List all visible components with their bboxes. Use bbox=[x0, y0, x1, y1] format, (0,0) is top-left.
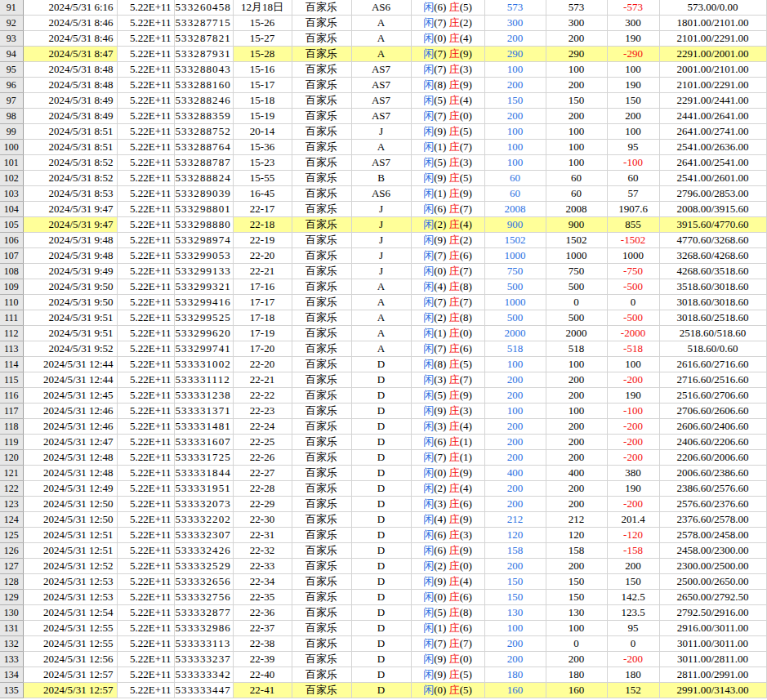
cell-table-code[interactable]: J bbox=[351, 264, 411, 279]
cell-table-code[interactable]: D bbox=[351, 372, 411, 388]
cell-win-loss[interactable]: 200 bbox=[607, 109, 659, 124]
cell-valid-amount[interactable]: 500 bbox=[546, 310, 607, 326]
cell-datetime[interactable]: 2024/5/31 12:49 bbox=[23, 481, 117, 497]
cell-balance[interactable]: 3018.60/3018.60 bbox=[659, 295, 766, 310]
row-header-cell[interactable]: 121 bbox=[0, 466, 23, 481]
row-header-cell[interactable]: 120 bbox=[0, 450, 23, 466]
row-header-cell[interactable]: 95 bbox=[0, 62, 23, 78]
cell-player-banker-points[interactable]: 闲(7) 庄(2) bbox=[411, 16, 484, 31]
cell-valid-amount[interactable]: 200 bbox=[546, 419, 607, 435]
cell-table-code[interactable]: A bbox=[351, 16, 411, 31]
cell-balance[interactable]: 2706.60/2606.60 bbox=[659, 404, 766, 419]
cell-table-code[interactable]: D bbox=[351, 590, 411, 605]
cell-bet-amount[interactable]: 150 bbox=[484, 574, 546, 590]
cell-order-id[interactable]: 533331002 bbox=[174, 357, 233, 372]
cell-table-code[interactable]: D bbox=[351, 574, 411, 590]
cell-game-name[interactable]: 百家乐 bbox=[292, 31, 351, 47]
cell-datetime[interactable]: 2024/5/31 9:51 bbox=[23, 310, 117, 326]
cell-sci-number[interactable]: 5.22E+11 bbox=[117, 590, 174, 605]
cell-bet-amount[interactable]: 100 bbox=[484, 404, 546, 419]
cell-datetime[interactable]: 2024/5/31 12:46 bbox=[23, 404, 117, 419]
cell-sci-number[interactable]: 5.22E+11 bbox=[117, 404, 174, 419]
cell-game-name[interactable]: 百家乐 bbox=[292, 47, 351, 62]
cell-datetime[interactable]: 2024/5/31 12:51 bbox=[23, 528, 117, 543]
row-header-cell[interactable]: 93 bbox=[0, 31, 23, 47]
row-header-cell[interactable]: 110 bbox=[0, 295, 23, 310]
cell-valid-amount[interactable]: 900 bbox=[546, 217, 607, 233]
cell-session-code[interactable]: 15-18 bbox=[233, 93, 292, 109]
cell-game-name[interactable]: 百家乐 bbox=[292, 202, 351, 217]
cell-win-loss[interactable]: 380 bbox=[607, 466, 659, 481]
cell-table-code[interactable]: D bbox=[351, 466, 411, 481]
cell-order-id[interactable]: 533288246 bbox=[174, 93, 233, 109]
cell-game-name[interactable]: 百家乐 bbox=[292, 404, 351, 419]
cell-valid-amount[interactable]: 150 bbox=[546, 93, 607, 109]
cell-game-name[interactable]: 百家乐 bbox=[292, 419, 351, 435]
row-header-cell[interactable]: 106 bbox=[0, 233, 23, 248]
cell-order-id[interactable]: 533288043 bbox=[174, 62, 233, 78]
cell-session-code[interactable]: 22-22 bbox=[233, 388, 292, 404]
cell-win-loss[interactable]: 190 bbox=[607, 481, 659, 497]
cell-balance[interactable]: 2578.00/2458.00 bbox=[659, 528, 766, 543]
cell-balance[interactable]: 2616.60/2716.60 bbox=[659, 357, 766, 372]
cell-session-code[interactable]: 22-36 bbox=[233, 605, 292, 621]
cell-session-code[interactable]: 22-20 bbox=[233, 357, 292, 372]
cell-datetime[interactable]: 2024/5/31 9:50 bbox=[23, 279, 117, 295]
cell-game-name[interactable]: 百家乐 bbox=[292, 62, 351, 78]
cell-valid-amount[interactable]: 200 bbox=[546, 481, 607, 497]
cell-win-loss[interactable]: -200 bbox=[607, 450, 659, 466]
row-header-cell[interactable]: 104 bbox=[0, 202, 23, 217]
cell-balance[interactable]: 2811.00/2991.00 bbox=[659, 667, 766, 683]
cell-balance[interactable]: 2008.00/3915.60 bbox=[659, 202, 766, 217]
cell-valid-amount[interactable]: 518 bbox=[546, 341, 607, 357]
cell-bet-amount[interactable]: 1502 bbox=[484, 233, 546, 248]
cell-datetime[interactable]: 2024/5/31 9:48 bbox=[23, 248, 117, 264]
cell-balance[interactable]: 2641.00/2541.00 bbox=[659, 155, 766, 171]
cell-table-code[interactable]: J bbox=[351, 248, 411, 264]
cell-win-loss[interactable]: 190 bbox=[607, 78, 659, 93]
cell-order-id[interactable]: 533298801 bbox=[174, 202, 233, 217]
cell-sci-number[interactable]: 5.22E+11 bbox=[117, 78, 174, 93]
cell-table-code[interactable]: AS6 bbox=[351, 186, 411, 202]
cell-game-name[interactable]: 百家乐 bbox=[292, 590, 351, 605]
cell-balance[interactable]: 2458.00/2300.00 bbox=[659, 543, 766, 559]
cell-sci-number[interactable]: 5.22E+11 bbox=[117, 31, 174, 47]
cell-game-name[interactable]: 百家乐 bbox=[292, 372, 351, 388]
cell-session-code[interactable]: 22-31 bbox=[233, 528, 292, 543]
cell-win-loss[interactable]: 100 bbox=[607, 62, 659, 78]
cell-table-code[interactable]: AS7 bbox=[351, 93, 411, 109]
cell-datetime[interactable]: 2024/5/31 12:46 bbox=[23, 419, 117, 435]
cell-balance[interactable]: 2516.60/2706.60 bbox=[659, 388, 766, 404]
cell-bet-amount[interactable]: 200 bbox=[484, 636, 546, 652]
cell-win-loss[interactable]: -500 bbox=[607, 310, 659, 326]
cell-session-code[interactable]: 15-23 bbox=[233, 155, 292, 171]
cell-bet-amount[interactable]: 1000 bbox=[484, 295, 546, 310]
row-header-cell[interactable]: 118 bbox=[0, 419, 23, 435]
row-header-cell[interactable]: 105 bbox=[0, 217, 23, 233]
cell-win-loss[interactable]: 95 bbox=[607, 621, 659, 636]
cell-table-code[interactable]: J bbox=[351, 217, 411, 233]
row-header-cell[interactable]: 127 bbox=[0, 559, 23, 574]
cell-order-id[interactable]: 533287715 bbox=[174, 16, 233, 31]
cell-table-code[interactable]: D bbox=[351, 450, 411, 466]
cell-player-banker-points[interactable]: 闲(8) 庄(9) bbox=[411, 78, 484, 93]
cell-balance[interactable]: 573.00/0.00 bbox=[659, 0, 766, 16]
cell-valid-amount[interactable]: 2008 bbox=[546, 202, 607, 217]
cell-player-banker-points[interactable]: 闲(4) 庄(8) bbox=[411, 279, 484, 295]
cell-sci-number[interactable]: 5.22E+11 bbox=[117, 481, 174, 497]
cell-valid-amount[interactable]: 200 bbox=[546, 31, 607, 47]
cell-win-loss[interactable]: -200 bbox=[607, 435, 659, 450]
cell-bet-amount[interactable]: 2008 bbox=[484, 202, 546, 217]
cell-win-loss[interactable]: 201.4 bbox=[607, 512, 659, 528]
cell-game-name[interactable]: 百家乐 bbox=[292, 341, 351, 357]
cell-sci-number[interactable]: 5.22E+11 bbox=[117, 574, 174, 590]
cell-player-banker-points[interactable]: 闲(7) 庄(7) bbox=[411, 295, 484, 310]
cell-valid-amount[interactable]: 200 bbox=[546, 559, 607, 574]
cell-table-code[interactable]: D bbox=[351, 605, 411, 621]
cell-win-loss[interactable]: -158 bbox=[607, 543, 659, 559]
cell-datetime[interactable]: 2024/5/31 12:55 bbox=[23, 636, 117, 652]
cell-order-id[interactable]: 533331725 bbox=[174, 450, 233, 466]
row-header-cell[interactable]: 125 bbox=[0, 528, 23, 543]
cell-datetime[interactable]: 2024/5/31 12:44 bbox=[23, 357, 117, 372]
cell-session-code[interactable]: 22-25 bbox=[233, 435, 292, 450]
